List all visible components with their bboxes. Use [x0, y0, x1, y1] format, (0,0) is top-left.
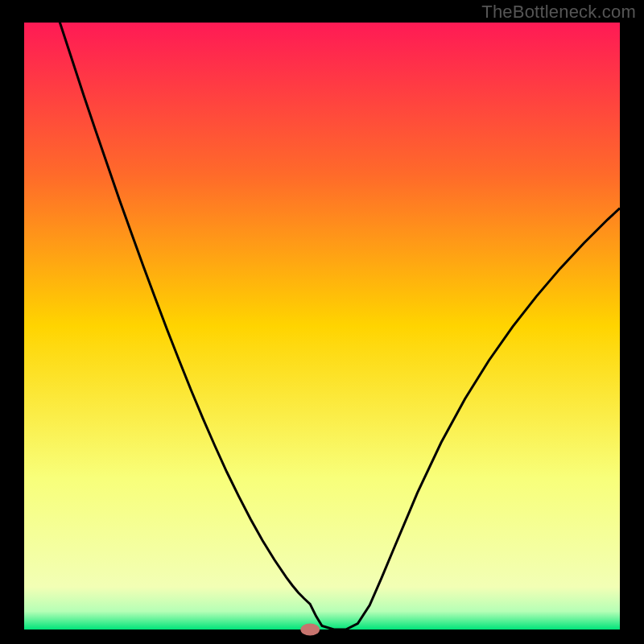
bottleneck-chart	[0, 0, 644, 644]
chart-plot-area	[24, 23, 620, 630]
optimum-marker	[300, 623, 320, 635]
chart-container: { "watermark": "TheBottleneck.com", "cha…	[0, 0, 644, 644]
watermark-text: TheBottleneck.com	[481, 2, 636, 23]
